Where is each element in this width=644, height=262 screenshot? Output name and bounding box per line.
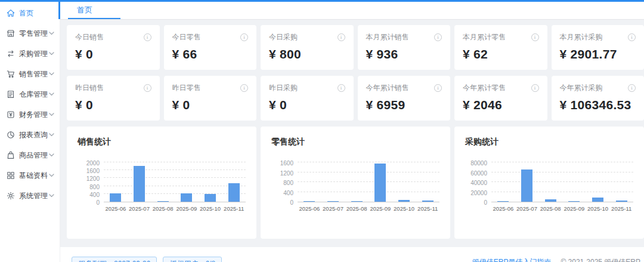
stat-card-label: 今日销售 (75, 32, 104, 42)
x-axis-label: 2025-11 (609, 205, 633, 212)
x-axis-label: 2025-06 (491, 205, 515, 212)
bar-slot (104, 163, 128, 202)
stat-card-header: 昨日采购i (269, 83, 345, 93)
charts-row: 销售统计04008001200160020002025-062025-07202… (67, 127, 644, 239)
bar (592, 198, 603, 202)
tab-home[interactable]: 首页 (68, 2, 120, 19)
y-axis-label: 1600 (86, 168, 100, 174)
sidebar-item-purchase[interactable]: 采购管理 (0, 44, 60, 64)
sidebar-item-label: 商品管理 (19, 150, 48, 161)
sidebar-item-finance[interactable]: 财务管理 (0, 104, 60, 125)
sidebar-item-system[interactable]: 系统管理 (0, 186, 60, 206)
info-icon[interactable]: i (144, 84, 151, 92)
bar (398, 200, 410, 202)
stat-card: 今日采购i¥ 800 (261, 25, 354, 70)
info-icon[interactable]: i (434, 33, 442, 41)
footer-badges: 服务到期：2027-09-30授权用户：6/8 (72, 257, 228, 262)
gridline (104, 162, 246, 162)
sidebar-item-warehouse[interactable]: 仓库管理 (0, 84, 60, 104)
chart-card: 零售统计0400800120016002025-062025-072025-08… (261, 127, 450, 239)
stat-card-label: 今年累计零售 (463, 83, 506, 93)
stat-card-value: ¥ 800 (269, 47, 345, 61)
x-axis-label: 2025-07 (128, 205, 151, 212)
bar-slot (416, 163, 439, 202)
stat-card-value: ¥ 0 (75, 98, 151, 112)
info-icon[interactable]: i (628, 84, 636, 92)
y-axis: 0400800120016002000 (78, 163, 104, 202)
stat-card-header: 今年累计销售i (366, 83, 442, 93)
y-axis-label: 20000 (470, 189, 487, 196)
stat-card: 今年累计零售i¥ 2046 (454, 76, 547, 121)
sidebar-item-goods[interactable]: 商品管理 (0, 145, 60, 165)
stat-card-header: 今年累计采购i (560, 83, 636, 93)
stat-card-label: 本月累计零售 (463, 32, 506, 42)
y-axis-label: 1200 (280, 169, 293, 176)
info-icon[interactable]: i (531, 33, 539, 41)
sidebar-item-reports[interactable]: 报表查询 (0, 125, 60, 145)
sidebar-item-label: 销售管理 (19, 69, 48, 79)
info-icon[interactable]: i (144, 33, 151, 41)
x-axis-label: 2025-11 (222, 205, 246, 212)
bar (228, 183, 240, 202)
stat-card-value: ¥ 106346.53 (560, 98, 636, 112)
y-axis-label: 0 (96, 199, 100, 206)
stat-card: 昨日销售i¥ 0 (67, 76, 160, 121)
footer-link[interactable]: 管伊佳ERP最佳入门指南 (472, 257, 552, 262)
info-icon[interactable]: i (240, 84, 248, 92)
y-axis: 020000400006000080000 (465, 163, 491, 202)
sidebar-item-home[interactable]: 首页 (0, 3, 60, 23)
chevron-down-icon (49, 174, 54, 177)
stat-card-value: ¥ 66 (172, 47, 249, 61)
status-badge: 授权用户：6/8 (163, 257, 222, 262)
base-data-icon (7, 171, 15, 180)
bars (104, 163, 246, 202)
chart-body: 04008001200160020002025-062025-072025-08… (78, 163, 246, 212)
bar (327, 201, 339, 202)
purchase-icon (7, 50, 15, 58)
y-axis-label: 800 (89, 183, 100, 190)
info-icon[interactable]: i (338, 33, 345, 41)
stat-card: 今年累计销售i¥ 6959 (358, 76, 451, 121)
goods-icon (7, 151, 15, 159)
y-axis-label: 40000 (470, 180, 487, 186)
info-icon[interactable]: i (628, 33, 636, 41)
chevron-down-icon (49, 72, 54, 76)
plot-area (104, 163, 246, 202)
chevron-down-icon (49, 133, 54, 137)
stat-card: 昨日采购i¥ 0 (261, 76, 354, 121)
stat-card-value: ¥ 0 (75, 47, 151, 61)
stat-card-value: ¥ 0 (172, 98, 249, 112)
bar (545, 199, 556, 202)
y-axis: 040080012001600 (271, 163, 298, 202)
stat-card-header: 今日采购i (269, 32, 345, 42)
x-axis-label: 2025-09 (369, 205, 392, 212)
bar-slot (175, 163, 199, 202)
stat-cards-row-yesterday: 昨日销售i¥ 0昨日零售i¥ 0昨日采购i¥ 0今年累计销售i¥ 6959今年累… (67, 76, 644, 121)
bar-slot (586, 163, 610, 202)
sidebar-item-retail[interactable]: 零售管理 (0, 23, 60, 44)
sidebar-item-label: 基础资料 (19, 171, 48, 181)
chevron-down-icon (49, 113, 54, 116)
info-icon[interactable]: i (434, 84, 442, 92)
info-icon[interactable]: i (240, 33, 248, 41)
info-icon[interactable]: i (338, 84, 345, 92)
x-axis-labels: 2025-062025-072025-082025-092025-102025-… (298, 205, 439, 212)
sidebar-item-base-data[interactable]: 基础资料 (0, 165, 60, 186)
sales-icon (7, 70, 15, 78)
stat-card: 本月累计销售i¥ 936 (358, 25, 451, 70)
bar (351, 201, 363, 202)
x-axis-label: 2025-06 (104, 205, 128, 212)
status-badge: 服务到期：2027-09-30 (72, 257, 157, 262)
stat-card-label: 本月累计采购 (560, 32, 603, 42)
sidebar-item-label: 报表查询 (19, 130, 48, 140)
stat-card-value: ¥ 2046 (463, 98, 539, 112)
chart-body: 0400800120016002025-062025-072025-082025… (271, 163, 439, 212)
chevron-down-icon (49, 32, 54, 35)
info-icon[interactable]: i (531, 84, 539, 92)
bar (521, 169, 532, 202)
sidebar-item-sales[interactable]: 销售管理 (0, 64, 60, 84)
sidebar-item-label: 采购管理 (19, 49, 48, 59)
footer-bar: 服务到期：2027-09-30授权用户：6/8 管伊佳ERP最佳入门指南 © 2… (60, 247, 644, 262)
gridline (298, 162, 439, 162)
chart-title: 销售统计 (78, 137, 246, 147)
